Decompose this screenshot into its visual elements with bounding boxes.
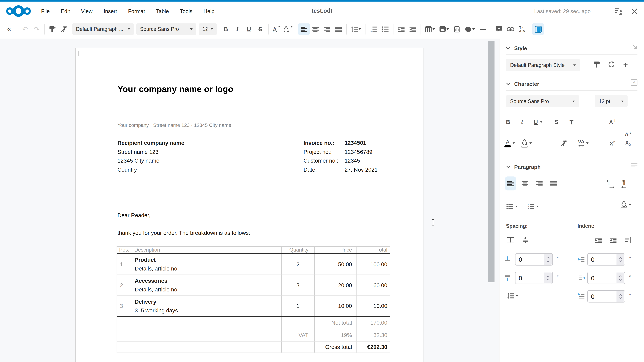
spacing-below-input[interactable] — [515, 272, 544, 284]
decrease-indent-button[interactable] — [407, 23, 418, 35]
sidebar-paragraph-style-select[interactable]: Default Paragraph Style — [506, 59, 580, 71]
indent-before-input[interactable] — [588, 254, 616, 265]
paragraph-background-color-button[interactable] — [618, 199, 634, 211]
undo-button[interactable]: ↶ — [19, 23, 31, 35]
sidebar-unordered-list-button[interactable] — [504, 200, 520, 213]
line-spacing-button[interactable] — [349, 23, 364, 35]
indent-before-field[interactable] — [587, 253, 625, 266]
highlight-color-button[interactable] — [282, 23, 294, 35]
font-name-select[interactable]: Source Sans Pro — [136, 23, 196, 35]
style-section-header[interactable]: Style — [506, 45, 527, 51]
insert-hyperlink-button[interactable] — [505, 23, 516, 35]
document-scrollbar[interactable] — [488, 41, 494, 282]
stepper-control[interactable] — [544, 273, 552, 283]
subscript-button[interactable]: X2 — [623, 137, 634, 149]
activity-sharing-icon[interactable] — [615, 7, 623, 14]
document-canvas[interactable]: Your company name or logo Your company ·… — [0, 38, 499, 362]
sidebar-align-center-button[interactable] — [520, 176, 530, 190]
decrease-paragraph-spacing-button[interactable] — [520, 234, 531, 246]
spacing-above-field[interactable] — [515, 253, 553, 266]
hanging-indent-button[interactable] — [623, 234, 634, 246]
stepper-control[interactable] — [616, 273, 624, 283]
paragraph-section-header[interactable]: Paragraph — [506, 164, 540, 170]
bold-button[interactable]: B — [220, 23, 232, 35]
sidebar-clear-formatting-button[interactable] — [559, 137, 569, 149]
character-spacing-button[interactable]: VA — [575, 137, 592, 149]
unordered-list-button[interactable] — [380, 23, 391, 35]
invoice-table[interactable]: Pos. Description Quantity Price Total 1 … — [117, 246, 390, 353]
sidebar-strikethrough-button[interactable]: S — [551, 116, 562, 128]
redo-button[interactable]: ↷ — [31, 23, 42, 35]
paragraph-ltr-button[interactable]: ¶ — [604, 176, 615, 190]
sidebar-font-name-select[interactable]: Source Sans Pro — [506, 95, 579, 107]
font-color-button[interactable]: A — [271, 23, 282, 35]
align-right-button[interactable] — [321, 23, 333, 35]
increase-indent-button[interactable] — [396, 23, 407, 35]
special-character-button[interactable]: T♪ &% — [516, 23, 528, 35]
font-size-select[interactable]: 12 — [199, 23, 217, 35]
sidebar-font-size-select[interactable]: 12 pt — [595, 95, 628, 107]
grow-font-button[interactable]: A↑ — [607, 116, 618, 128]
refresh-style-button[interactable] — [606, 58, 616, 70]
superscript-button[interactable]: X2 — [607, 137, 618, 149]
sidebar-align-right-button[interactable] — [534, 176, 545, 190]
stepper-control[interactable] — [616, 254, 624, 265]
align-center-button[interactable] — [310, 23, 321, 35]
sidebar-font-color-button[interactable]: A — [503, 137, 517, 149]
sidebar-ordered-list-button[interactable]: 1 2 3 — [525, 200, 541, 213]
sidebar-shadow-button[interactable]: T — [566, 116, 577, 128]
ordered-list-button[interactable]: 1 2 3 — [368, 23, 380, 35]
align-left-button[interactable] — [298, 23, 310, 35]
menu-table[interactable]: Table — [156, 8, 169, 14]
strikethrough-button[interactable]: S — [254, 23, 266, 35]
sidebar-underline-button[interactable]: U — [531, 116, 546, 128]
character-section-header[interactable]: Character — [506, 81, 539, 87]
underline-button[interactable]: U — [243, 23, 255, 35]
new-style-button[interactable]: + — [620, 58, 631, 70]
menu-edit[interactable]: Edit — [61, 8, 70, 14]
indent-after-field[interactable] — [587, 272, 625, 284]
menu-tools[interactable]: Tools — [180, 8, 192, 14]
sidebar-highlight-color-button[interactable] — [519, 137, 534, 149]
more-options-icon[interactable] — [632, 43, 638, 49]
menu-format[interactable]: Format — [128, 8, 145, 14]
sidebar-decrease-indent-button[interactable] — [608, 234, 618, 246]
sidebar-bold-button[interactable]: B — [503, 116, 514, 128]
sidebar-align-justify-button[interactable] — [548, 176, 559, 190]
menu-view[interactable]: View — [81, 8, 92, 14]
stepper-control[interactable] — [544, 254, 552, 265]
close-icon[interactable] — [631, 8, 638, 14]
insert-chart-button[interactable] — [451, 23, 462, 35]
insert-shape-button[interactable] — [462, 23, 477, 35]
sidebar-increase-indent-button[interactable] — [593, 234, 604, 246]
spacing-below-field[interactable] — [515, 272, 553, 284]
collapse-toolbar-button[interactable]: « — [3, 23, 15, 35]
insert-comment-button[interactable] — [493, 23, 505, 35]
first-line-indent-input[interactable] — [588, 291, 616, 302]
menu-file[interactable]: File — [41, 8, 50, 14]
italic-button[interactable]: I — [232, 23, 243, 35]
toggle-sidebar-button[interactable] — [532, 23, 544, 35]
paragraph-menu-icon[interactable] — [631, 163, 638, 167]
document-page[interactable]: Your company name or logo Your company ·… — [75, 48, 424, 362]
sidebar-line-spacing-button[interactable] — [504, 290, 521, 302]
character-dialog-icon[interactable]: A — [631, 79, 638, 86]
nextcloud-logo-icon[interactable] — [6, 5, 31, 17]
sidebar-italic-button[interactable]: I — [517, 116, 528, 128]
menu-insert[interactable]: Insert — [104, 8, 117, 14]
sidebar-align-left-button[interactable] — [505, 176, 516, 190]
clear-formatting-button[interactable] — [58, 23, 70, 35]
paragraph-style-select[interactable]: Default Paragraph ... — [72, 23, 134, 35]
align-justify-button[interactable] — [333, 23, 344, 35]
indent-after-input[interactable] — [588, 272, 616, 284]
first-line-indent-field[interactable] — [587, 290, 625, 302]
update-style-button[interactable] — [592, 58, 602, 70]
insert-horizontal-line-button[interactable] — [477, 23, 489, 35]
stepper-control[interactable] — [616, 291, 624, 302]
insert-table-button[interactable] — [423, 23, 437, 35]
increase-paragraph-spacing-button[interactable] — [505, 234, 516, 246]
paragraph-rtl-button[interactable]: ¶ — [620, 176, 631, 190]
clone-formatting-button[interactable] — [47, 23, 58, 35]
insert-image-button[interactable] — [437, 23, 451, 35]
spacing-above-input[interactable] — [515, 254, 544, 265]
